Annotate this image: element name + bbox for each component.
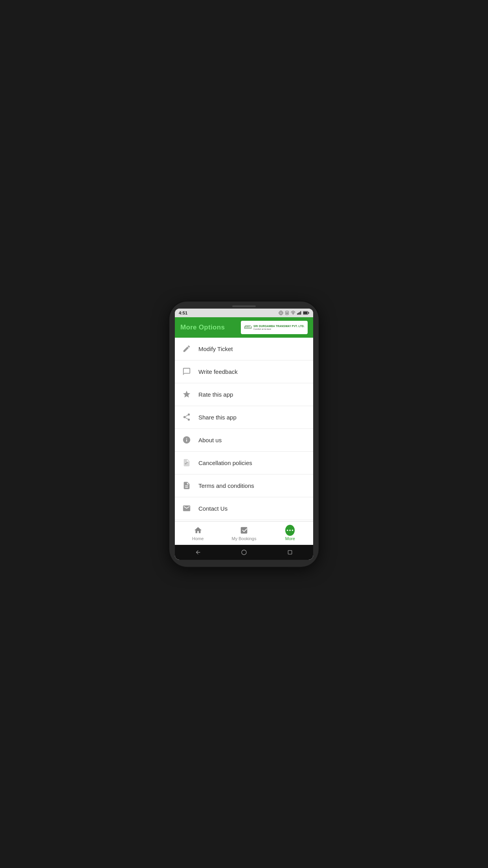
more-circle bbox=[285, 525, 295, 536]
logo-tagline: Comfort at its best bbox=[253, 328, 305, 330]
svg-rect-9 bbox=[300, 311, 301, 314]
info-icon bbox=[181, 434, 192, 445]
svg-rect-16 bbox=[247, 326, 248, 327]
cancellation-label: Cancellation policies bbox=[198, 460, 252, 466]
header-title: More Options bbox=[180, 324, 225, 331]
menu-item-terms[interactable]: Terms and conditions bbox=[175, 474, 313, 497]
svg-rect-4 bbox=[286, 313, 288, 314]
android-back-button[interactable] bbox=[194, 548, 202, 556]
phone-device: 4:51 bbox=[169, 302, 319, 567]
signal-icon bbox=[297, 311, 301, 315]
svg-rect-11 bbox=[303, 312, 308, 314]
menu-item-rate-app[interactable]: Rate this app bbox=[175, 383, 313, 406]
svg-rect-17 bbox=[248, 326, 250, 327]
status-icons bbox=[279, 311, 309, 315]
home-nav-label: Home bbox=[192, 536, 204, 541]
status-bar: 4:51 bbox=[175, 309, 313, 317]
wifi-icon bbox=[291, 311, 295, 315]
svg-point-18 bbox=[287, 530, 288, 531]
app-header: More Options SRI DURGAMBA TRANSWAY PVT. … bbox=[175, 317, 313, 338]
modify-ticket-label: Modify Ticket bbox=[198, 346, 233, 352]
status-time: 4:51 bbox=[179, 311, 187, 315]
battery-icon bbox=[303, 311, 309, 315]
menu-list: Modify Ticket Write feedback Rate this a… bbox=[175, 338, 313, 521]
company-logo: SRI DURGAMBA TRANSWAY PVT. LTD. Comfort … bbox=[241, 321, 308, 334]
terms-label: Terms and conditions bbox=[198, 482, 254, 489]
phone-screen: 4:51 bbox=[175, 309, 313, 560]
menu-item-modify-ticket[interactable]: Modify Ticket bbox=[175, 338, 313, 360]
star-icon bbox=[181, 389, 192, 400]
svg-point-19 bbox=[289, 530, 291, 531]
svg-rect-7 bbox=[298, 313, 299, 314]
share-app-label: Share this app bbox=[198, 414, 237, 421]
share-icon bbox=[181, 412, 192, 423]
more-nav-label: More bbox=[285, 536, 295, 541]
about-us-label: About us bbox=[198, 437, 222, 443]
sim-icon bbox=[285, 311, 289, 315]
contact-us-label: Contact Us bbox=[198, 505, 227, 512]
svg-rect-12 bbox=[308, 312, 309, 314]
nav-item-more[interactable]: More bbox=[267, 522, 313, 545]
doc-icon bbox=[181, 480, 192, 491]
menu-item-cancellation[interactable]: Cancellation policies bbox=[175, 452, 313, 474]
menu-item-share-app[interactable]: Share this app bbox=[175, 406, 313, 429]
chat-icon bbox=[181, 366, 192, 377]
svg-point-5 bbox=[293, 314, 294, 314]
menu-item-contact-us[interactable]: Contact Us bbox=[175, 497, 313, 520]
svg-rect-6 bbox=[297, 313, 298, 314]
svg-rect-15 bbox=[245, 326, 246, 327]
menu-item-write-feedback[interactable]: Write feedback bbox=[175, 360, 313, 383]
menu-item-about-us[interactable]: About us bbox=[175, 429, 313, 452]
cancel-doc-icon bbox=[181, 457, 192, 468]
pencil-icon bbox=[181, 343, 192, 354]
android-nav-bar bbox=[175, 545, 313, 560]
logo-bus-icon bbox=[244, 325, 252, 330]
nav-item-home[interactable]: Home bbox=[175, 522, 221, 545]
svg-rect-22 bbox=[288, 550, 292, 554]
svg-rect-8 bbox=[299, 312, 300, 314]
logo-text-block: SRI DURGAMBA TRANSWAY PVT. LTD. Comfort … bbox=[253, 325, 305, 330]
home-nav-icon bbox=[193, 526, 203, 535]
svg-point-21 bbox=[242, 550, 246, 555]
android-recents-button[interactable] bbox=[286, 548, 294, 556]
logo-company-name: SRI DURGAMBA TRANSWAY PVT. LTD. bbox=[253, 325, 305, 327]
android-home-button[interactable] bbox=[240, 548, 248, 556]
bookings-nav-icon bbox=[239, 526, 249, 535]
mail-icon bbox=[181, 503, 192, 514]
nav-item-my-bookings[interactable]: My Bookings bbox=[221, 522, 267, 545]
more-nav-icon bbox=[285, 526, 295, 535]
bookings-nav-label: My Bookings bbox=[232, 536, 257, 541]
rate-app-label: Rate this app bbox=[198, 391, 233, 398]
bottom-nav: Home My Bookings More bbox=[175, 521, 313, 545]
world-icon bbox=[279, 311, 283, 315]
write-feedback-label: Write feedback bbox=[198, 368, 238, 375]
svg-point-20 bbox=[292, 530, 294, 531]
